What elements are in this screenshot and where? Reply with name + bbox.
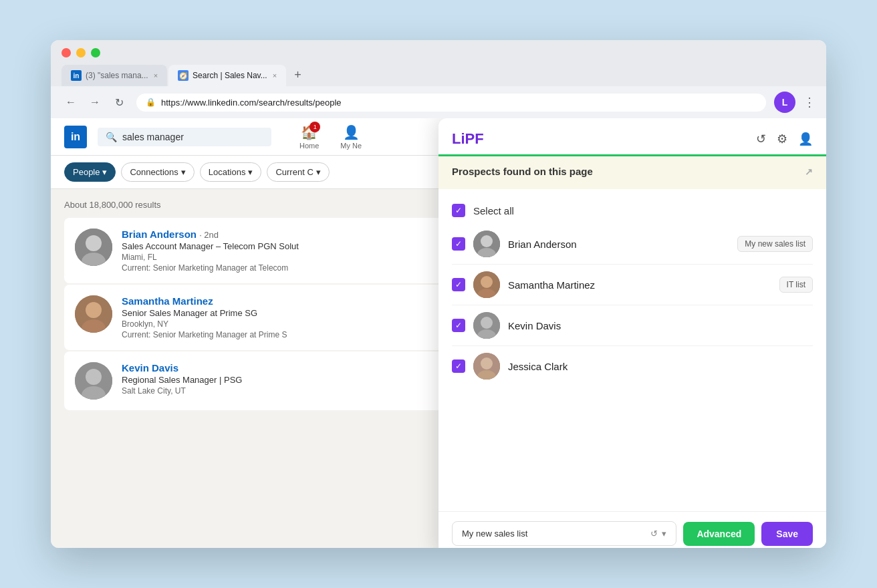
refresh-button[interactable]: ↻ <box>110 93 128 112</box>
filter-people[interactable]: People ▾ <box>64 162 116 182</box>
linkedin-page: in 🔍 🏠 1 Home 👤 My Ne <box>51 118 826 548</box>
list-tag-samantha: IT list <box>779 277 813 293</box>
person-current-samantha: Current: Senior Marketing Manager at Pri… <box>122 330 287 339</box>
row-name-jessica: Jessica Clark <box>508 361 813 372</box>
person-row-kevin[interactable]: ✓ Kevin Davis <box>452 305 813 346</box>
linkedin-nav: 🏠 1 Home 👤 My Ne <box>290 119 371 155</box>
list-tag-brian: My new sales list <box>737 236 813 252</box>
avatar-brian <box>75 229 112 266</box>
person-info-kevin: Kevin Davis Regional Sales Manager | PSG… <box>122 362 242 396</box>
browser-menu-dots[interactable]: ⋮ <box>803 95 816 110</box>
person-row-brian[interactable]: ✓ Brian Anderson My new sales list <box>452 224 813 265</box>
checkbox-jessica[interactable]: ✓ <box>452 359 465 373</box>
search-icon: 🔍 <box>106 132 117 142</box>
linkedin-search-box[interactable]: 🔍 <box>98 128 271 146</box>
nav-buttons: ← → ↻ <box>61 93 128 112</box>
row-name-samantha: Samantha Martinez <box>508 279 771 291</box>
lipf-logo: LiPF <box>452 130 484 148</box>
advanced-button[interactable]: Advanced <box>683 522 755 546</box>
person-location-samantha: Brooklyn, NY <box>122 319 287 329</box>
person-name-brian: Brian Anderson · 2nd <box>122 229 299 240</box>
tab1-favicon: in <box>71 70 82 81</box>
forward-button[interactable]: → <box>86 93 104 112</box>
filter-locations-arrow: ▾ <box>248 167 253 177</box>
collapse-icon[interactable]: ↗ <box>805 166 813 177</box>
select-all-row[interactable]: ✓ Select all <box>452 194 813 224</box>
lock-icon: 🔒 <box>146 98 156 107</box>
list-selector-icons: ↺ ▾ <box>650 529 666 539</box>
filter-connections-label: Connections <box>130 167 178 177</box>
lipf-header-icons: ↺ ⚙ 👤 <box>756 132 813 146</box>
checkbox-kevin[interactable]: ✓ <box>452 319 465 332</box>
avatar-kevin <box>75 362 112 400</box>
person-title-brian: Sales Account Manager – Telecom PGN Solu… <box>122 241 299 251</box>
home-label: Home <box>299 142 319 150</box>
filter-locations[interactable]: Locations ▾ <box>200 162 262 182</box>
prospects-title: Prospects found on this page ↗ <box>452 166 813 177</box>
home-badge: 1 <box>309 122 320 132</box>
person-title-kevin: Regional Sales Manager | PSG <box>122 375 242 385</box>
row-avatar-brian <box>473 231 500 257</box>
svg-point-16 <box>481 317 493 329</box>
row-name-brian: Brian Anderson <box>508 239 729 250</box>
new-tab-button[interactable]: + <box>287 64 308 86</box>
browser-window: in (3) "sales mana... × 🧭 Search | Sales… <box>51 40 826 548</box>
browser-profile-avatar[interactable]: L <box>774 92 795 113</box>
select-all-checkbox[interactable]: ✓ <box>452 204 465 217</box>
address-bar[interactable]: 🔒 https://www.linkedin.com/search/result… <box>136 94 766 112</box>
filter-people-label: People <box>73 167 100 177</box>
filter-current-arrow: ▾ <box>316 167 321 177</box>
search-input[interactable] <box>122 132 256 142</box>
person-name-samantha: Samantha Martinez <box>122 295 287 307</box>
history-icon[interactable]: ↺ <box>756 132 766 146</box>
svg-point-13 <box>481 276 493 288</box>
person-title-samantha: Senior Sales Manager at Prime SG <box>122 308 287 318</box>
filter-current-company[interactable]: Current C ▾ <box>267 162 329 182</box>
tab2-close[interactable]: × <box>273 71 277 80</box>
list-selector[interactable]: My new sales list ↺ ▾ <box>452 521 676 546</box>
tab2-favicon: 🧭 <box>178 70 189 81</box>
lipf-panel: LiPF ↺ ⚙ 👤 Prospects found on this page … <box>438 118 826 548</box>
select-all-label: Select all <box>473 205 514 216</box>
person-info-brian: Brian Anderson · 2nd Sales Account Manag… <box>122 229 299 273</box>
traffic-light-minimize[interactable] <box>76 48 86 57</box>
user-profile-icon[interactable]: 👤 <box>798 132 813 146</box>
address-text: https://www.linkedin.com/search/results/… <box>161 98 757 108</box>
dropdown-icon: ▾ <box>662 529 666 539</box>
browser-chrome: in (3) "sales mana... × 🧭 Search | Sales… <box>51 40 826 86</box>
back-button[interactable]: ← <box>61 93 80 112</box>
home-icon: 🏠 1 <box>301 124 318 140</box>
refresh-icon: ↺ <box>650 529 658 539</box>
row-name-kevin: Kevin Davis <box>508 320 813 331</box>
prospects-section: Prospects found on this page ↗ <box>438 156 826 189</box>
svg-point-10 <box>481 235 493 247</box>
filter-locations-label: Locations <box>209 167 246 177</box>
tab1-label: (3) "sales mana... <box>86 71 148 80</box>
browser-tab-2[interactable]: 🧭 Search | Sales Nav... × <box>168 65 286 86</box>
lipf-body: Prospects found on this page ↗ ✓ Select … <box>438 156 826 511</box>
svg-point-4 <box>86 302 102 318</box>
filter-connections[interactable]: Connections ▾ <box>121 162 194 182</box>
selected-list-name: My new sales list <box>462 529 645 539</box>
tab1-close[interactable]: × <box>154 71 158 80</box>
avatar-samantha <box>75 295 112 333</box>
filter-connections-arrow: ▾ <box>181 167 186 177</box>
person-name-kevin: Kevin Davis <box>122 362 242 374</box>
traffic-light-close[interactable] <box>61 48 71 57</box>
person-location-brian: Miami, FL <box>122 253 299 262</box>
save-button[interactable]: Save <box>761 522 813 546</box>
traffic-light-maximize[interactable] <box>91 48 100 57</box>
browser-tab-1[interactable]: in (3) "sales mana... × <box>61 65 167 86</box>
nav-network[interactable]: 👤 My Ne <box>331 119 371 155</box>
tab2-label: Search | Sales Nav... <box>193 71 267 80</box>
person-row-samantha[interactable]: ✓ Samantha Martinez IT list <box>452 265 813 305</box>
person-row-jessica[interactable]: ✓ Jessica Clark <box>452 346 813 386</box>
linkedin-logo: in <box>64 126 87 148</box>
filter-current-label: Current C <box>275 167 313 177</box>
checkbox-samantha[interactable]: ✓ <box>452 278 465 291</box>
checkbox-brian[interactable]: ✓ <box>452 237 465 251</box>
row-avatar-jessica <box>473 353 500 380</box>
network-icon: 👤 <box>343 124 360 140</box>
settings-icon[interactable]: ⚙ <box>777 132 787 146</box>
nav-home[interactable]: 🏠 1 Home <box>290 119 328 155</box>
